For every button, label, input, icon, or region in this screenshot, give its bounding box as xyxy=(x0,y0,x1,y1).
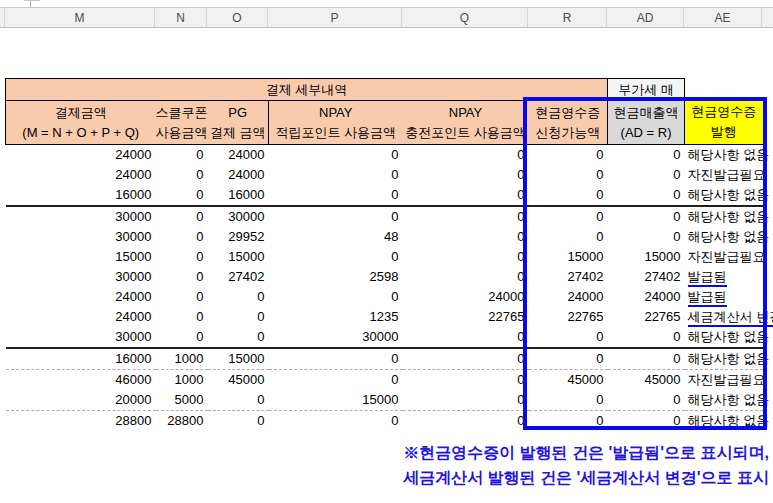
cell-r[interactable]: 0 xyxy=(529,165,608,185)
cell-r[interactable]: 0 xyxy=(529,390,608,411)
header-col-cash-receipt-issue[interactable]: 현금영수증 발행 xyxy=(685,101,763,145)
cell-q[interactable]: 0 xyxy=(403,165,529,185)
cell-m[interactable]: 24000 xyxy=(6,287,156,307)
cell-q[interactable]: 0 xyxy=(403,411,529,432)
cell-ae-status[interactable]: 세금계산서 변경 xyxy=(685,307,763,327)
cell-m[interactable]: 30000 xyxy=(6,206,156,227)
cell-ae-status[interactable]: 해당사항 없음 xyxy=(685,145,763,166)
cell-m[interactable]: 30000 xyxy=(6,267,156,287)
header-col-school-coupon[interactable]: 스클쿠폰 사용금액 xyxy=(156,101,208,145)
cell-r[interactable]: 0 xyxy=(529,411,608,432)
cell-ae-status[interactable]: 자진발급필요 xyxy=(685,247,763,267)
cell-ad[interactable]: 0 xyxy=(608,165,685,185)
cell-n[interactable]: 0 xyxy=(156,165,208,185)
cell-p[interactable]: 0 xyxy=(269,287,403,307)
cell-ae-status[interactable]: 자진발급필요 xyxy=(685,165,763,185)
cell-n[interactable]: 0 xyxy=(156,267,208,287)
cell-ad[interactable]: 27402 xyxy=(608,267,685,287)
cell-m[interactable]: 16000 xyxy=(6,348,156,370)
cell-q[interactable]: 0 xyxy=(403,267,529,287)
cell-n[interactable]: 0 xyxy=(156,327,208,348)
cell-r[interactable]: 27402 xyxy=(529,267,608,287)
cell-p[interactable]: 0 xyxy=(269,370,403,391)
cell-o[interactable]: 15000 xyxy=(208,348,269,370)
cell-o[interactable]: 0 xyxy=(208,327,269,348)
cell-o[interactable]: 29952 xyxy=(208,227,269,247)
cell-ae-status[interactable]: 해당사항 없음 xyxy=(685,411,763,432)
cell-n[interactable]: 0 xyxy=(156,206,208,227)
cell-q[interactable]: 0 xyxy=(403,227,529,247)
cell-p[interactable]: 0 xyxy=(269,165,403,185)
header-vat[interactable]: 부가세 매 xyxy=(608,79,685,101)
column-header-AE[interactable]: AE xyxy=(684,8,762,27)
cell-r[interactable]: 0 xyxy=(529,227,608,247)
cell-o[interactable]: 30000 xyxy=(208,206,269,227)
cell-m[interactable]: 30000 xyxy=(6,227,156,247)
cell-ae-status[interactable]: 해당사항 없음 xyxy=(685,185,763,206)
cell-ad[interactable]: 0 xyxy=(608,327,685,348)
column-header-N[interactable]: N xyxy=(155,8,207,27)
cell-m[interactable]: 24000 xyxy=(6,145,156,166)
column-header-P[interactable]: P xyxy=(268,8,402,27)
cell-n[interactable]: 0 xyxy=(156,145,208,166)
cell-n[interactable]: 0 xyxy=(156,247,208,267)
cell-ad[interactable]: 0 xyxy=(608,206,685,227)
cell-m[interactable]: 15000 xyxy=(6,247,156,267)
cell-p[interactable]: 0 xyxy=(269,185,403,206)
cell-q[interactable]: 24000 xyxy=(403,287,529,307)
cell-r[interactable]: 0 xyxy=(529,206,608,227)
column-header-M[interactable]: M xyxy=(5,8,155,27)
cell-r[interactable]: 0 xyxy=(529,185,608,206)
cell-p[interactable]: 0 xyxy=(269,206,403,227)
cell-p[interactable]: 0 xyxy=(269,411,403,432)
cell-ae-status[interactable]: 발급됨 xyxy=(685,267,763,287)
cell-q[interactable]: 0 xyxy=(403,390,529,411)
cell-r[interactable]: 24000 xyxy=(529,287,608,307)
cell-ad[interactable]: 0 xyxy=(608,185,685,206)
cell-q[interactable]: 0 xyxy=(403,206,529,227)
cell-n[interactable]: 0 xyxy=(156,185,208,206)
cell-n[interactable]: 0 xyxy=(156,227,208,247)
cell-ae-status[interactable]: 해당사항 없음 xyxy=(685,348,763,370)
cell-n[interactable]: 1000 xyxy=(156,348,208,370)
cell-o[interactable]: 24000 xyxy=(208,145,269,166)
cell-m[interactable]: 20000 xyxy=(6,390,156,411)
cell-r[interactable]: 22765 xyxy=(529,307,608,327)
header-col-cash-receipt-eligible[interactable]: 현금영수증 신청가능액 xyxy=(529,101,608,145)
cell-ae-status[interactable]: 발급됨 xyxy=(685,287,763,307)
header-col-cash-sales[interactable]: 현금매출액 (AD = R) xyxy=(608,101,685,145)
cell-o[interactable]: 0 xyxy=(208,287,269,307)
column-header-AD[interactable]: AD xyxy=(607,8,684,27)
cell-r[interactable]: 0 xyxy=(529,348,608,370)
cell-ae-status[interactable]: 해당사항 없음 xyxy=(685,327,763,348)
cell-q[interactable]: 0 xyxy=(403,370,529,391)
cell-p[interactable]: 0 xyxy=(269,145,403,166)
cell-ad[interactable]: 0 xyxy=(608,145,685,166)
cell-m[interactable]: 16000 xyxy=(6,185,156,206)
cell-m[interactable]: 28800 xyxy=(6,411,156,432)
cell-p[interactable]: 48 xyxy=(269,227,403,247)
cell-n[interactable]: 0 xyxy=(156,287,208,307)
cell-q[interactable]: 0 xyxy=(403,348,529,370)
cell-ad[interactable]: 45000 xyxy=(608,370,685,391)
cell-n[interactable]: 5000 xyxy=(156,390,208,411)
cell-m[interactable]: 30000 xyxy=(6,327,156,348)
cell-o[interactable]: 15000 xyxy=(208,247,269,267)
cell-o[interactable]: 45000 xyxy=(208,370,269,391)
cell-r[interactable]: 45000 xyxy=(529,370,608,391)
column-header-R[interactable]: R xyxy=(528,8,607,27)
header-payment-details[interactable]: 결제 세부내역 xyxy=(6,79,608,101)
cell-n[interactable]: 0 xyxy=(156,307,208,327)
cell-r[interactable]: 15000 xyxy=(529,247,608,267)
cell-m[interactable]: 24000 xyxy=(6,165,156,185)
cell-n[interactable]: 28800 xyxy=(156,411,208,432)
cell-p[interactable]: 30000 xyxy=(269,327,403,348)
cell-m[interactable]: 46000 xyxy=(6,370,156,391)
cell-o[interactable]: 16000 xyxy=(208,185,269,206)
cell-p[interactable]: 2598 xyxy=(269,267,403,287)
cell-p[interactable]: 0 xyxy=(269,247,403,267)
cell-o[interactable]: 0 xyxy=(208,390,269,411)
header-col-npay-charge-points[interactable]: NPAY 충전포인트 사용금액 xyxy=(403,101,529,145)
cell-ae-status[interactable]: 해당사항 없음 xyxy=(685,206,763,227)
cell-p[interactable]: 1235 xyxy=(269,307,403,327)
